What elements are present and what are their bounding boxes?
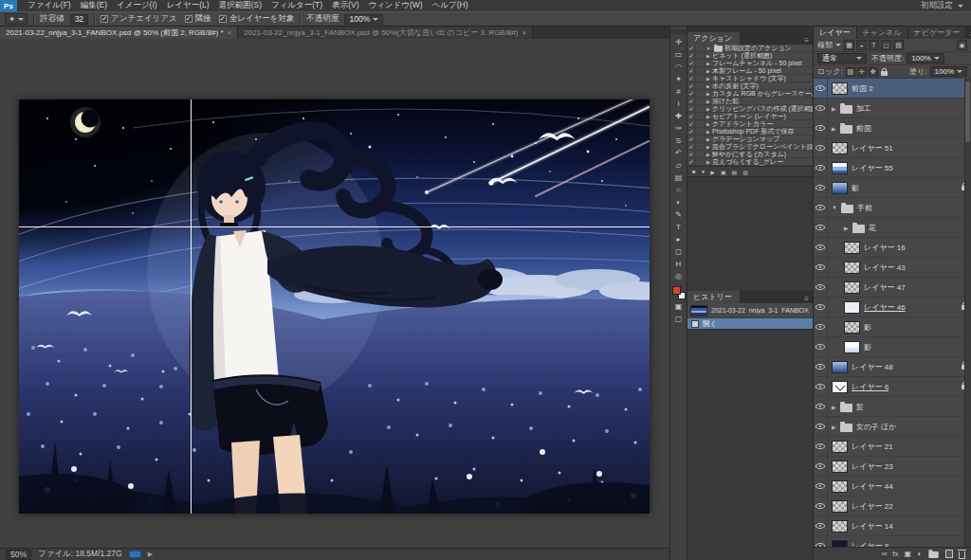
tab-レイヤー[interactable]: レイヤー (814, 27, 857, 39)
action-check-icon[interactable]: ✓ (687, 75, 696, 81)
visibility-toggle[interactable] (814, 516, 828, 535)
action-dialog-toggle[interactable] (696, 105, 705, 112)
expand-arrow-icon[interactable]: ▶ (705, 83, 712, 89)
expand-arrow-icon[interactable]: ▶ (705, 61, 712, 66)
zoom-tool-icon[interactable]: ◎ (671, 270, 687, 282)
layer-row[interactable]: レイヤー 16 (814, 238, 971, 258)
layer-thumbnail[interactable] (832, 441, 848, 453)
status-flyout-icon[interactable]: ▶ (148, 551, 153, 558)
panel-menu-icon[interactable]: ≡ (966, 30, 971, 39)
layer-row[interactable]: レイヤー 21 (814, 437, 971, 457)
shape-tool-icon[interactable]: ◻ (671, 245, 687, 258)
clone-stamp-tool-icon[interactable]: S (671, 135, 687, 147)
visibility-toggle[interactable] (814, 437, 828, 456)
filter-shape-icon[interactable]: ◻ (881, 40, 891, 50)
lock-position-icon[interactable]: ✥ (869, 67, 878, 77)
expand-arrow-icon[interactable]: ▶ (705, 121, 712, 127)
action-check-icon[interactable]: ✓ (687, 143, 696, 150)
expand-arrow-icon[interactable]: ▶ (832, 424, 836, 430)
layer-thumbnail[interactable] (832, 381, 848, 393)
action-check-icon[interactable]: ✓ (687, 82, 696, 89)
zoom-level-input[interactable]: 50% (6, 550, 31, 560)
option-checkbox[interactable]: ✓全レイヤーを対象 (219, 13, 295, 25)
hand-tool-icon[interactable]: H (671, 258, 687, 270)
menu-item[interactable]: ファイル(F) (23, 0, 76, 11)
tab-チャンネル[interactable]: チャンネル (857, 27, 908, 39)
close-tab-icon[interactable]: × (228, 28, 232, 37)
visibility-toggle[interactable] (814, 118, 828, 137)
expand-arrow-icon[interactable]: ▼ (832, 205, 837, 210)
menu-item[interactable]: ヘルプ(H) (428, 0, 473, 11)
action-dialog-toggle[interactable] (696, 98, 705, 104)
history-brush-tool-icon[interactable]: ↶ (671, 147, 687, 159)
action-check-icon[interactable]: ✓ (687, 52, 696, 59)
layer-thumbnail[interactable] (844, 341, 860, 353)
expand-arrow-icon[interactable]: ▶ (705, 129, 712, 135)
blend-mode-select[interactable]: 通常 (817, 53, 867, 63)
menu-item[interactable]: 選択範囲(S) (214, 0, 266, 11)
layer-row[interactable]: レイヤー 44 (814, 477, 971, 497)
filter-toggle-icon[interactable]: ◉ (957, 40, 967, 50)
expand-arrow-icon[interactable]: ▶ (705, 152, 712, 157)
visibility-toggle[interactable] (814, 357, 828, 376)
action-dialog-toggle[interactable] (696, 143, 705, 150)
magic-wand-tool-icon[interactable]: ✦ (671, 73, 687, 85)
action-row[interactable]: ✓▶見えづらくする_グレー (687, 158, 813, 166)
action-check-icon[interactable]: ✓ (687, 158, 696, 165)
lock-pixels-icon[interactable]: ✛ (857, 67, 867, 77)
visibility-toggle[interactable] (814, 337, 828, 356)
action-dialog-toggle[interactable] (696, 45, 705, 51)
action-check-icon[interactable]: ✓ (687, 113, 696, 119)
action-check-icon[interactable]: ✓ (687, 60, 696, 66)
layer-row[interactable]: レイヤー 55 (814, 158, 971, 178)
move-tool-icon[interactable]: ✛ (671, 36, 687, 48)
visibility-toggle[interactable] (814, 417, 828, 436)
action-check-icon[interactable]: ✓ (687, 105, 696, 112)
expand-arrow-icon[interactable]: ▶ (705, 91, 712, 97)
blur-tool-icon[interactable]: ○ (671, 184, 687, 196)
dodge-tool-icon[interactable]: ◐ (671, 196, 687, 208)
gradient-tool-icon[interactable]: ▤ (671, 172, 687, 184)
action-check-icon[interactable]: ✓ (687, 128, 696, 135)
action-dialog-toggle[interactable] (696, 90, 705, 97)
action-check-icon[interactable]: ✓ (687, 45, 696, 51)
action-dialog-toggle[interactable] (696, 113, 705, 119)
new-layer-icon[interactable] (945, 550, 953, 558)
eraser-tool-icon[interactable]: ▱ (671, 159, 687, 172)
layer-row[interactable]: レイヤー 48 (814, 357, 971, 377)
visibility-toggle[interactable] (814, 238, 828, 257)
layer-row[interactable]: ▼手前 (814, 198, 971, 218)
history-state-open[interactable]: 開く (687, 318, 813, 329)
new-set-icon[interactable]: ▣ (721, 169, 726, 175)
path-select-tool-icon[interactable]: ▸ (671, 233, 687, 245)
layer-thumbnail[interactable] (832, 142, 848, 154)
option-checkbox[interactable]: ✓アンチエイリアス (101, 13, 177, 25)
action-dialog-toggle[interactable] (696, 135, 705, 142)
color-swatches[interactable] (671, 285, 687, 300)
delete-action-icon[interactable]: ▥ (742, 169, 748, 175)
record-icon[interactable]: ● (702, 169, 705, 174)
layer-opacity-select[interactable]: 100% (907, 53, 944, 63)
action-check-icon[interactable]: ✓ (687, 67, 696, 74)
layer-thumbnail[interactable] (844, 301, 860, 314)
layer-thumbnail[interactable] (832, 500, 848, 513)
menu-item[interactable]: 表示(V) (327, 0, 363, 11)
expand-arrow-icon[interactable]: ▶ (705, 106, 712, 112)
expand-arrow-icon[interactable]: ▶ (705, 68, 712, 74)
layer-style-icon[interactable]: fx (892, 551, 898, 558)
workspace-switcher[interactable]: 初期設定 (913, 0, 971, 11)
panel-grip[interactable] (670, 29, 687, 34)
visibility-toggle[interactable] (814, 138, 828, 157)
pen-tool-icon[interactable]: ✎ (671, 208, 687, 221)
menu-item[interactable]: フィルター(T) (266, 0, 327, 11)
filter-type-icon[interactable]: T (869, 40, 879, 50)
expand-arrow-icon[interactable]: ▶ (832, 125, 836, 132)
layer-row[interactable]: 影 (814, 317, 971, 337)
new-action-icon[interactable]: ▤ (732, 169, 738, 175)
layer-thumbnail[interactable] (832, 82, 848, 95)
layer-row[interactable]: レイヤー 47 (814, 278, 971, 298)
tab-history[interactable]: ヒストリー (687, 291, 740, 303)
close-tab-icon[interactable]: × (522, 28, 526, 37)
play-icon[interactable]: ▶ (710, 169, 715, 175)
filter-smart-icon[interactable]: ▧ (893, 40, 904, 50)
